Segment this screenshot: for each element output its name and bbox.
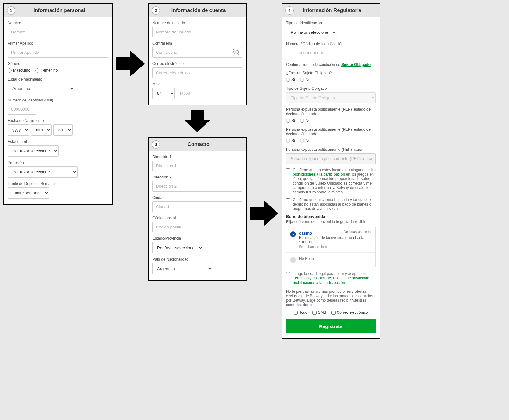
estado-label: Estado civil: [8, 139, 108, 144]
tipo-id-label: Tipo de Identificación: [286, 21, 376, 25]
arrow-right-icon: [116, 51, 145, 76]
step-badge-3: 3: [152, 140, 160, 149]
nombre-label: Nombre: [8, 21, 108, 25]
correo-input[interactable]: [152, 67, 242, 78]
estado-select[interactable]: Por favor seleccione: [8, 145, 59, 157]
pep-razon-label: Persona expuesta políticamente (PEP): ra…: [286, 147, 376, 152]
sujeto-no[interactable]: No: [300, 77, 310, 82]
register-button[interactable]: Registrate: [286, 319, 376, 333]
dd-select[interactable]: dd: [53, 124, 73, 136]
bonus-casino-option[interactable]: casino Bonificación de bienvenida ganá h…: [286, 227, 375, 253]
privacidad-link[interactable]: Política de privacidad: [333, 276, 369, 280]
dni-input[interactable]: [8, 104, 36, 115]
lugar-select[interactable]: Argentina: [8, 83, 74, 94]
apellido-label: Primer Apellido: [8, 41, 108, 46]
step-badge-4: 4: [285, 6, 294, 15]
limite-select[interactable]: Límite semanal: [8, 187, 49, 199]
genero-femenino[interactable]: Femenino: [35, 68, 58, 73]
profesion-select[interactable]: Por favor seleccione: [8, 166, 78, 178]
dir1-input[interactable]: [152, 161, 242, 171]
bonus-header: Bono de bienvenida: [286, 214, 376, 219]
check-icon: [290, 231, 296, 237]
mm-select[interactable]: mm: [31, 124, 52, 136]
pais-label: País de Nacionalidad: [152, 257, 242, 262]
panel-title-3: Contacto: [164, 142, 243, 147]
lugar-label: Lugar de nacimiento: [8, 77, 108, 81]
bonus-box: casino Bonificación de bienvenida ganá h…: [286, 227, 376, 267]
panel-header: 1 Información personal: [4, 4, 112, 18]
legal-checkbox[interactable]: [286, 272, 290, 276]
pais-select[interactable]: Argentina: [152, 263, 213, 274]
prohibiciones-link-2[interactable]: prohibiciones a la participación: [293, 280, 345, 285]
terminos-link[interactable]: Términos y condicione: [293, 276, 331, 280]
ver-ofertas-link[interactable]: Ve todas las ofertas: [344, 230, 372, 234]
usuario-input[interactable]: [152, 27, 242, 37]
pep2-no[interactable]: No: [300, 138, 310, 143]
contrasena-label: Contraseña: [152, 41, 242, 46]
cp-input[interactable]: [152, 222, 242, 232]
dir1-label: Dirección 1: [152, 155, 242, 159]
genero-label: Género: [8, 61, 108, 66]
usuario-label: Nombre de usuario: [152, 21, 242, 25]
pep1-si[interactable]: Sí: [286, 118, 295, 123]
dir2-label: Dirección 2: [152, 175, 242, 179]
profesion-label: Profesión: [8, 160, 108, 165]
dir2-input[interactable]: [152, 181, 242, 192]
svg-marker-0: [116, 51, 145, 76]
panel-title-1: Información personal: [19, 8, 109, 13]
sujeto-q-label: ¿Eres un Sujeto Obligado?: [286, 71, 376, 75]
svg-marker-3: [250, 200, 278, 226]
eye-off-icon[interactable]: [233, 49, 239, 56]
dni-label: Número de identidad (DNI): [8, 98, 108, 102]
panel-header: 2 Información de cuenta: [149, 4, 246, 18]
arrow-down-icon: [185, 110, 210, 132]
movil-label: Móvil: [152, 82, 242, 86]
pep1-label: Persona expuesta políticamente (PEP): es…: [286, 107, 376, 116]
ciudad-input[interactable]: [152, 201, 242, 212]
movil-input[interactable]: [177, 88, 242, 99]
confirm2-checkbox[interactable]: [286, 198, 290, 202]
limite-label: Límite de Depósito Semanal: [8, 181, 108, 186]
step-badge-1: 1: [7, 6, 15, 15]
opt-email[interactable]: Correo electrónico: [331, 310, 368, 315]
panel-account-info: 2 Información de cuenta Nombre de usuari…: [148, 3, 247, 105]
panel-contacto: 3 Contacto Dirección 1 Dirección 2 Ciuda…: [148, 137, 247, 281]
pep2-label: Persona expuesta políticamente (PEP): es…: [286, 127, 376, 136]
correo-label: Correo electrónico: [152, 61, 242, 66]
bonus-none-option[interactable]: No Bono: [286, 253, 375, 267]
arrow-right-icon: [250, 200, 278, 226]
pep2-si[interactable]: Sí: [286, 138, 295, 143]
opt-todo[interactable]: Todo: [294, 310, 307, 315]
panel-personal-info: 1 Información personal Nombre Primer Ape…: [3, 3, 113, 205]
sujeto-si[interactable]: Sí: [286, 77, 295, 82]
tipo-sujeto-label: Tipo de Sujeto Obligado: [286, 86, 376, 91]
num-id-input[interactable]: [286, 48, 337, 58]
yyyy-select[interactable]: yyyy: [8, 124, 29, 136]
ciudad-label: Ciudad: [152, 195, 242, 200]
contrasena-input[interactable]: [152, 47, 242, 58]
sujeto-obligado-link[interactable]: Sujeto Obligado: [341, 62, 371, 67]
bonus-casino-desc: Bonificación de bienvenida ganá hasta $1…: [299, 235, 372, 244]
num-id-label: Número / Código de Identificación: [286, 42, 376, 46]
tipo-id-select[interactable]: Por favor seleccione: [286, 27, 337, 38]
confirm1-row: Confirmo que no estoy incurso en ninguna…: [286, 168, 376, 194]
marketing-text: No te pierdas las últimas promociones y …: [286, 289, 376, 307]
bonus-terms: Se aplican términos: [299, 245, 372, 248]
apellido-input[interactable]: [8, 47, 108, 58]
nombre-input[interactable]: [8, 27, 108, 37]
bonus-sub: Elija qué bono de bienvenida le gustaría…: [286, 220, 376, 224]
sujeto-confirm-text: Confirmación de la condición de Sujeto O…: [286, 62, 371, 67]
movil-code-select[interactable]: 54: [152, 88, 175, 99]
genero-masculino[interactable]: Masculino: [8, 68, 30, 73]
opt-sms[interactable]: SMS: [312, 310, 326, 315]
panel-title-4: Información Regulatoria: [297, 8, 376, 13]
provincia-select[interactable]: Por favor seleccione: [152, 242, 203, 253]
confirm1-checkbox[interactable]: [286, 168, 290, 172]
radio-empty-icon: [290, 257, 296, 263]
pep1-no[interactable]: No: [300, 118, 310, 123]
cp-label: Código postal: [152, 216, 242, 220]
pep-razon-input[interactable]: [286, 153, 376, 164]
confirm2-row: Confirmo que mi cuenta bancaria y tarjet…: [286, 198, 376, 211]
tipo-sujeto-select[interactable]: Tipo de Sujeto Obligado: [286, 92, 376, 103]
prohibiciones-link[interactable]: prohibiciones a la participación: [293, 172, 345, 177]
